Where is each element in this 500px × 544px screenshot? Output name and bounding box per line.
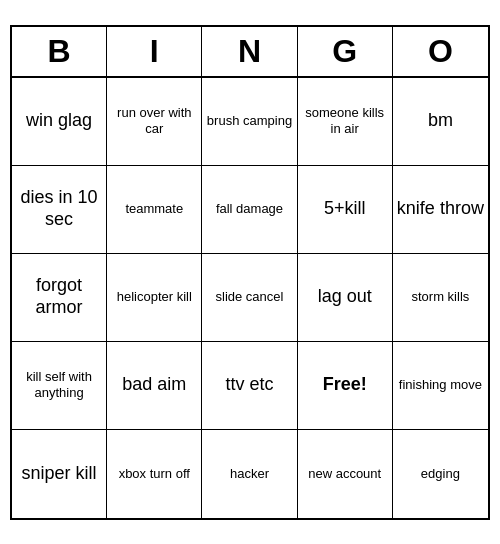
bingo-cell-10: forgot armor xyxy=(12,254,107,342)
bingo-cell-14: storm kills xyxy=(393,254,488,342)
bingo-cell-1: run over with car xyxy=(107,78,202,166)
bingo-cell-21: xbox turn off xyxy=(107,430,202,518)
bingo-cell-8: 5+kill xyxy=(298,166,393,254)
bingo-cell-20: sniper kill xyxy=(12,430,107,518)
header-letter-N: N xyxy=(202,27,297,76)
bingo-cell-9: knife throw xyxy=(393,166,488,254)
header-letter-B: B xyxy=(12,27,107,76)
bingo-cell-17: ttv etc xyxy=(202,342,297,430)
bingo-cell-24: edging xyxy=(393,430,488,518)
header-letter-I: I xyxy=(107,27,202,76)
bingo-cell-15: kill self with anything xyxy=(12,342,107,430)
bingo-cell-19: finishing move xyxy=(393,342,488,430)
bingo-cell-6: teammate xyxy=(107,166,202,254)
bingo-cell-3: someone kills in air xyxy=(298,78,393,166)
bingo-cell-18: Free! xyxy=(298,342,393,430)
bingo-cell-22: hacker xyxy=(202,430,297,518)
bingo-cell-5: dies in 10 sec xyxy=(12,166,107,254)
bingo-cell-11: helicopter kill xyxy=(107,254,202,342)
header-letter-G: G xyxy=(298,27,393,76)
bingo-grid: win glagrun over with carbrush campingso… xyxy=(12,78,488,518)
bingo-cell-2: brush camping xyxy=(202,78,297,166)
bingo-cell-4: bm xyxy=(393,78,488,166)
bingo-cell-7: fall damage xyxy=(202,166,297,254)
bingo-header: BINGO xyxy=(12,27,488,78)
bingo-cell-16: bad aim xyxy=(107,342,202,430)
header-letter-O: O xyxy=(393,27,488,76)
bingo-cell-12: slide cancel xyxy=(202,254,297,342)
bingo-cell-0: win glag xyxy=(12,78,107,166)
bingo-cell-23: new account xyxy=(298,430,393,518)
bingo-cell-13: lag out xyxy=(298,254,393,342)
bingo-card: BINGO win glagrun over with carbrush cam… xyxy=(10,25,490,520)
